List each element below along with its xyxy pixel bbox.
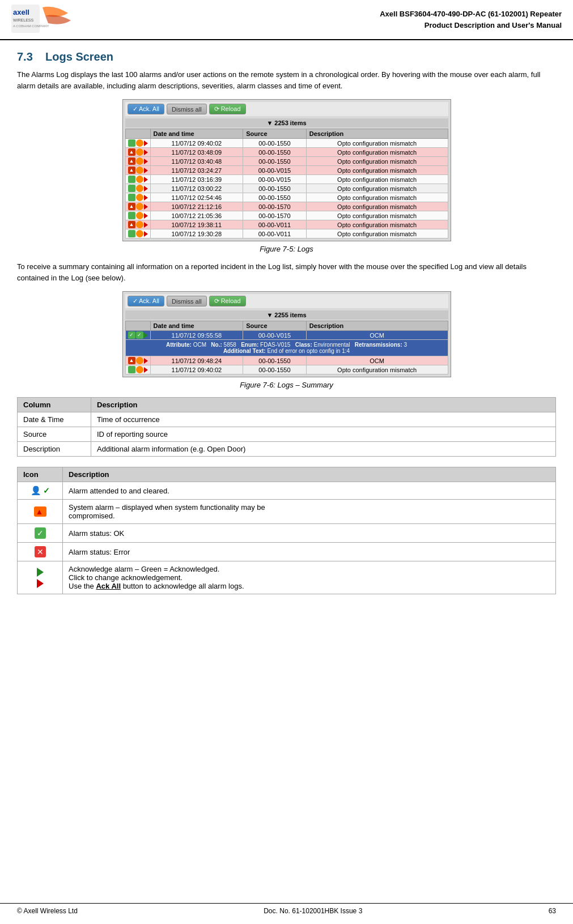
icon-visual: [18, 561, 63, 594]
table-row[interactable]: 11/07/12 03:00:22 00-00-1550 Opto config…: [125, 184, 448, 193]
row-desc: OCM: [306, 331, 448, 340]
section-heading: 7.3 Logs Screen: [17, 50, 556, 63]
col-desc-2: Description: [306, 321, 448, 331]
alarm-toolbar-2: ✓ Ack. All Dismiss all ⟳ Reload: [125, 294, 448, 308]
row-source: 00-00-1570: [243, 202, 306, 211]
table-row[interactable]: ▲ 11/07/12 03:24:27 00-00-V015 Opto conf…: [125, 166, 448, 175]
row-source: 00-00-V015: [243, 175, 306, 184]
row-icons: [125, 139, 150, 148]
detail-content: Attribute: OCM No.: 5858 Enum: FDAS-V015…: [125, 340, 448, 356]
reload-btn-2[interactable]: ⟳ Reload: [209, 296, 246, 306]
list-item: 👤 ✓ Alarm attended to and cleared.: [18, 482, 556, 500]
row-icons: [125, 229, 150, 239]
row-icons: [125, 184, 150, 193]
icon-visual: ▲: [18, 500, 63, 524]
row-desc: Opto configuration mismatch: [306, 175, 448, 184]
row-desc: Opto configuration mismatch: [306, 202, 448, 211]
row-desc: Opto configuration mismatch: [306, 365, 448, 374]
page-content: 7.3 Logs Screen The Alarms Log displays …: [0, 40, 573, 616]
figure-2-caption: Figure 7-6: Logs – Summary: [17, 381, 556, 389]
table-row[interactable]: 11/07/12 02:54:46 00-00-1550 Opto config…: [125, 193, 448, 202]
col-date-2: Date and time: [150, 321, 243, 331]
row-icons: [125, 175, 150, 184]
row-source: 00-00-1550: [243, 139, 306, 148]
page-header: axell WIRELESS A COBHAM COMPANY Axell BS…: [0, 0, 573, 40]
alarm-count-2: ▼ 2255 items: [125, 310, 448, 320]
dismiss-all-btn-2[interactable]: Dismiss all: [167, 296, 207, 306]
col-icons-1: [125, 129, 150, 139]
row-desc: Opto configuration mismatch: [306, 193, 448, 202]
header-title: Axell BSF3604-470-490-DP-AC (61-102001) …: [79, 8, 562, 31]
table-row[interactable]: ▲ 10/07/12 19:38:11 00-00-V011 Opto conf…: [125, 220, 448, 229]
row-desc: Opto configuration mismatch: [306, 184, 448, 193]
row-date: 11/07/12 03:24:27: [150, 166, 243, 175]
row-source: 00-00-V011: [243, 229, 306, 239]
row-desc: Opto configuration mismatch: [306, 148, 448, 157]
detail-row: Attribute: OCM No.: 5858 Enum: FDAS-V015…: [125, 340, 448, 356]
table-row[interactable]: 10/07/12 19:30:28 00-00-V011 Opto config…: [125, 229, 448, 239]
row-icons: [125, 193, 150, 202]
column-desc-table: Column Description Date & TimeTime of oc…: [17, 397, 556, 457]
alarm-count-1: ▼ 2253 items: [125, 118, 448, 127]
logo: axell WIRELESS A COBHAM COMPANY: [11, 5, 79, 35]
list-item: DescriptionAdditional alarm information …: [18, 442, 556, 457]
row-icons: ✓ ✓: [125, 331, 150, 340]
row-desc: Opto configuration mismatch: [306, 220, 448, 229]
row-desc: Opto configuration mismatch: [306, 139, 448, 148]
table-row[interactable]: ▲ 11/07/12 09:48:24 00-00-1550 OCM: [125, 356, 448, 365]
row-date: 11/07/12 02:54:46: [150, 193, 243, 202]
icon-desc-text: Alarm attended to and cleared.: [63, 482, 556, 500]
table-row[interactable]: 11/07/12 09:40:02 00-00-1550 Opto config…: [125, 139, 448, 148]
figure-2-container: ✓ Ack. All Dismiss all ⟳ Reload ▼ 2255 i…: [17, 291, 556, 389]
row-desc: Opto configuration mismatch: [306, 211, 448, 220]
list-item: ▲ System alarm – displayed when system f…: [18, 500, 556, 524]
row-desc: Opto configuration mismatch: [306, 157, 448, 166]
alarm-screen-2: ✓ Ack. All Dismiss all ⟳ Reload ▼ 2255 i…: [122, 291, 451, 377]
col-desc-val: Time of occurrence: [91, 412, 556, 427]
row-source: 00-00-1570: [243, 211, 306, 220]
table-row[interactable]: 10/07/12 21:05:36 00-00-1570 Opto config…: [125, 211, 448, 220]
section-number: 7.3: [17, 50, 33, 63]
col-desc-val: ID of reporting source: [91, 427, 556, 442]
table-row[interactable]: ✓ ✓ 11/07/12 09:55:58 00-00-V015 OCM: [125, 331, 448, 340]
row-source: 00-00-1550: [243, 365, 306, 374]
figure-1-caption: Figure 7-5: Logs: [17, 245, 556, 253]
alarm-log-table-2: Date and time Source Description ✓ ✓ 11/…: [125, 321, 448, 374]
row-icons: [125, 211, 150, 220]
ack-all-btn-2[interactable]: ✓ Ack. All: [128, 296, 165, 306]
row-desc: Opto configuration mismatch: [306, 166, 448, 175]
table-row[interactable]: ▲ 10/07/12 21:12:16 00-00-1570 Opto conf…: [125, 202, 448, 211]
row-source: 00-00-1550: [243, 148, 306, 157]
icon-col-icon: Icon: [18, 467, 63, 482]
list-item: ✕ Alarm status: Error: [18, 543, 556, 561]
table-row[interactable]: ▲ 11/07/12 03:48:09 00-00-1550 Opto conf…: [125, 148, 448, 157]
table-row[interactable]: 11/07/12 03:16:39 00-00-V015 Opto config…: [125, 175, 448, 184]
figure-1-container: ✓ Ack. All Dismiss all ⟳ Reload ▼ 2253 i…: [17, 99, 556, 253]
row-source: 00-00-V015: [243, 331, 306, 340]
list-item: SourceID of reporting source: [18, 427, 556, 442]
row-date: 10/07/12 21:05:36: [150, 211, 243, 220]
page-footer: © Axell Wireless Ltd Doc. No. 61-102001H…: [0, 903, 573, 918]
ack-all-btn-1[interactable]: ✓ Ack. All: [128, 104, 165, 114]
row-date: 11/07/12 09:48:24: [150, 356, 243, 365]
col-desc-val: Additional alarm information (e.g. Open …: [91, 442, 556, 457]
alarm-toolbar-1: ✓ Ack. All Dismiss all ⟳ Reload: [125, 102, 448, 116]
col-name: Source: [18, 427, 91, 442]
icon-desc-text: System alarm – displayed when system fun…: [63, 500, 556, 524]
row-icons: ▲: [125, 148, 150, 157]
row-date: 11/07/12 03:48:09: [150, 148, 243, 157]
row-source: 00-00-V011: [243, 220, 306, 229]
dismiss-all-btn-1[interactable]: Dismiss all: [167, 104, 207, 114]
svg-text:WIRELESS: WIRELESS: [13, 18, 34, 22]
table-row[interactable]: ▲ 11/07/12 03:40:48 00-00-1550 Opto conf…: [125, 157, 448, 166]
icon-desc-text: Alarm status: OK: [63, 524, 556, 543]
row-desc: Opto configuration mismatch: [306, 229, 448, 239]
row-date: 11/07/12 03:40:48: [150, 157, 243, 166]
row-icons: [125, 365, 150, 374]
footer-center: Doc. No. 61-102001HBK Issue 3: [264, 907, 362, 915]
row-date: 11/07/12 03:00:22: [150, 184, 243, 193]
icon-visual: ✓: [18, 524, 63, 543]
row-date: 10/07/12 21:12:16: [150, 202, 243, 211]
table-row[interactable]: 11/07/12 09:40:02 00-00-1550 Opto config…: [125, 365, 448, 374]
reload-btn-1[interactable]: ⟳ Reload: [209, 104, 246, 114]
